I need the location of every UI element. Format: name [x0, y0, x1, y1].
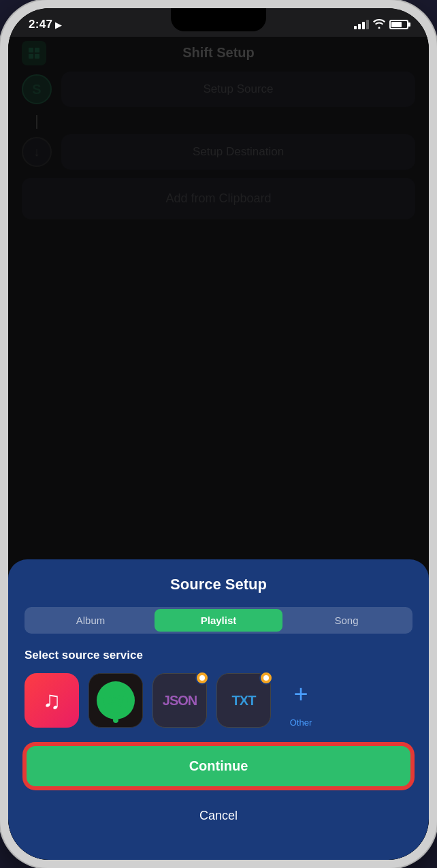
tab-playlist[interactable]: Playlist — [155, 609, 282, 632]
signal-bar-2 — [358, 24, 361, 29]
tab-song[interactable]: Song — [282, 609, 410, 632]
txt-service-icon[interactable]: TXT — [216, 673, 271, 728]
spotify-service-icon[interactable] — [88, 673, 143, 728]
sheet-title: Source Setup — [25, 576, 412, 593]
bottom-sheet: Source Setup Album Playlist Song Select … — [8, 559, 429, 860]
music-note-icon: ♫ — [43, 686, 61, 715]
signal-bar-4 — [366, 20, 369, 29]
tab-selector: Album Playlist Song — [25, 607, 412, 634]
other-plus-icon: + — [280, 674, 321, 715]
tab-album[interactable]: Album — [27, 609, 155, 632]
txt-badge — [259, 671, 273, 685]
spotify-circle — [97, 681, 135, 719]
spotify-selected-dot — [113, 717, 118, 723]
wifi-icon — [373, 19, 385, 31]
signal-bar-1 — [354, 26, 357, 29]
signal-bar-3 — [362, 22, 365, 29]
signal-icon — [354, 20, 369, 29]
status-time: 2:47 — [29, 18, 52, 31]
section-label: Select source service — [25, 649, 412, 662]
phone-inner: 2:47 ▶ — [8, 8, 429, 860]
apple-music-service-icon[interactable]: ♫ — [25, 673, 79, 728]
json-badge — [195, 671, 209, 685]
txt-badge-inner — [263, 675, 269, 681]
other-label: Other — [290, 717, 312, 728]
battery-icon — [389, 20, 408, 29]
json-label: JSON — [163, 693, 197, 709]
battery-fill — [391, 22, 402, 27]
spotify-logo-icon — [103, 688, 128, 713]
notch — [171, 8, 266, 31]
status-icons — [354, 19, 408, 31]
json-service-icon[interactable]: JSON — [152, 673, 207, 728]
continue-button[interactable]: Continue — [25, 744, 412, 788]
service-icons-row: ♫ JSON — [25, 673, 412, 728]
location-icon: ▶ — [55, 20, 62, 30]
other-service-container[interactable]: + Other — [280, 674, 321, 728]
cancel-button[interactable]: Cancel — [25, 799, 412, 833]
screen: 2:47 ▶ — [8, 8, 429, 860]
phone-frame: 2:47 ▶ — [0, 0, 437, 868]
txt-label: TXT — [232, 693, 256, 709]
json-badge-inner — [199, 675, 205, 681]
